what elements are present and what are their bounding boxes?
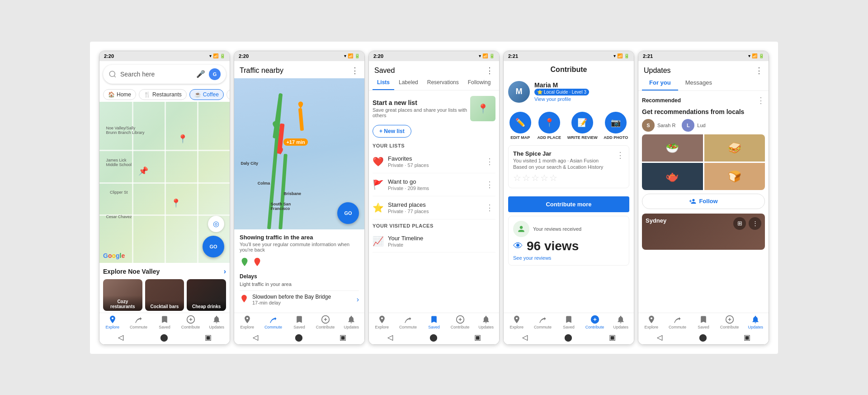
see-reviews-link[interactable]: See your reviews [513, 255, 624, 261]
explore-more-icon[interactable]: › [224, 267, 226, 276]
nav-contribute-4[interactable]: Contribute [585, 315, 605, 329]
home-button-5[interactable]: ⬤ [699, 333, 707, 342]
nav-contribute-5[interactable]: Contribute [720, 315, 740, 329]
recents-button-1[interactable]: ▣ [205, 333, 212, 342]
explore-card-drinks[interactable]: Cheap drinks [187, 279, 226, 311]
map-pin-other[interactable]: 📍 [171, 198, 181, 208]
go-button[interactable]: GO [203, 236, 224, 257]
nav-commute-2[interactable]: Commute [263, 315, 283, 329]
favorites-more[interactable]: ⋮ [484, 155, 495, 168]
go-button-traffic[interactable]: GO [337, 202, 359, 224]
traffic-map[interactable]: +17 min GO Daly City Colma Brisbane Sout… [234, 78, 364, 229]
updates-more-icon[interactable]: ⋮ [755, 66, 763, 76]
list-item-favorites[interactable]: ❤️ Favorites Private · 57 places ⋮ [373, 150, 495, 173]
map-area[interactable]: 📍 📌 📍 Noe Valley/SallyBrunn Branch Libra… [99, 102, 230, 263]
add-photo-button[interactable]: 📷 ADD PHOTO [604, 112, 628, 140]
chip-coffee[interactable]: ☕ Coffee [189, 89, 224, 100]
recents-button-4[interactable]: ▣ [609, 333, 616, 342]
nav-commute-1[interactable]: Commute [128, 315, 148, 329]
nav-saved-4[interactable]: Saved [559, 315, 579, 329]
nav-saved-5[interactable]: Saved [693, 315, 713, 329]
follow-button[interactable]: Follow [642, 194, 765, 209]
delay-arrow-icon[interactable]: › [357, 295, 359, 304]
commute-more-icon[interactable]: ⋮ [351, 66, 359, 76]
map-pin-location[interactable]: 📌 [138, 166, 148, 176]
list-item-starred[interactable]: ⭐ Starred places Private · 77 places ⋮ [373, 196, 495, 219]
recommended-more-icon[interactable]: ⋮ [757, 95, 765, 105]
sydney-more-icon[interactable]: ⋮ [749, 217, 761, 230]
nav-updates-5[interactable]: Updates [745, 315, 765, 329]
recents-button-3[interactable]: ▣ [474, 333, 481, 342]
list-item-want-to-go[interactable]: 🚩 Want to go Private · 209 items ⋮ [373, 173, 495, 196]
nav-saved-1[interactable]: Saved [155, 315, 175, 329]
list-item-timeline[interactable]: 📈 Your Timeline Private [373, 230, 495, 252]
recents-button-2[interactable]: ▣ [340, 333, 346, 342]
recents-button-5[interactable]: ▣ [744, 333, 750, 342]
map-label-dalycity: Daly City [241, 161, 258, 166]
tab-following[interactable]: Following [463, 76, 495, 90]
write-review-button[interactable]: 📝 WRITE REVIEW [567, 112, 598, 140]
star-5[interactable]: ☆ [549, 172, 557, 183]
nav-contribute-2[interactable]: Contribute [316, 315, 335, 329]
nav-saved-3[interactable]: Saved [424, 315, 444, 329]
nav-commute-4[interactable]: Commute [533, 315, 552, 329]
tab-reservations[interactable]: Reservations [423, 76, 463, 90]
sydney-card[interactable]: Sydney ⊞ ⋮ [642, 214, 765, 250]
map-pin-starbucks[interactable]: 📍 [178, 134, 188, 144]
home-button-4[interactable]: ⬤ [564, 333, 572, 342]
home-button-2[interactable]: ⬤ [295, 333, 303, 342]
back-button-5[interactable]: ◁ [657, 333, 662, 342]
back-button-4[interactable]: ◁ [522, 333, 528, 342]
edit-map-button[interactable]: ✏️ EDIT MAP [509, 112, 531, 140]
tab-for-you[interactable]: For you [642, 76, 678, 90]
nav-updates-2[interactable]: Updates [341, 315, 361, 329]
explore-card-bars[interactable]: Cocktail bars [145, 279, 184, 311]
location-button[interactable]: ◎ [208, 216, 224, 232]
saved-more-icon[interactable]: ⋮ [486, 66, 494, 76]
add-place-button[interactable]: 📍 ADD PLACE [537, 112, 561, 140]
nav-explore-2[interactable]: Explore [237, 315, 257, 329]
tab-messages[interactable]: Messages [678, 76, 719, 90]
explore-card-restaurants[interactable]: Cozy restaurants [103, 279, 142, 311]
tab-lists[interactable]: Lists [373, 76, 394, 90]
nav-explore-3[interactable]: Explore [372, 315, 392, 329]
back-button-3[interactable]: ◁ [387, 333, 393, 342]
delay-item-bay-bridge[interactable]: Slowdown before the Bay Bridge 17-min de… [240, 290, 359, 308]
nav-explore-1[interactable]: Explore [103, 315, 123, 329]
nav-commute-3[interactable]: Commute [398, 315, 418, 329]
nav-updates-4[interactable]: Updates [611, 315, 631, 329]
contribute-more-button[interactable]: Contribute more [508, 196, 629, 212]
chip-restaurants[interactable]: 🍴 Restaurants [139, 89, 187, 100]
star-3[interactable]: ☆ [531, 172, 539, 183]
starred-more[interactable]: ⋮ [484, 201, 495, 214]
nav-contribute-1[interactable]: Contribute [181, 315, 201, 329]
back-button-2[interactable]: ◁ [253, 333, 258, 342]
home-button-1[interactable]: ⬤ [160, 333, 168, 342]
sydney-map-icon[interactable]: ⊞ [733, 217, 746, 230]
view-profile-link[interactable]: View your profile [534, 96, 589, 102]
nav-commute-5[interactable]: Commute [667, 315, 687, 329]
want-to-go-more[interactable]: ⋮ [484, 178, 495, 191]
mic-icon[interactable]: 🎤 [196, 70, 205, 78]
tab-labeled[interactable]: Labeled [394, 76, 423, 90]
restaurants-chip-icon: 🍴 [144, 91, 151, 98]
place-card-more[interactable]: ⋮ [616, 150, 624, 160]
back-button-1[interactable]: ◁ [118, 333, 123, 342]
nav-contribute-3[interactable]: Contribute [450, 315, 470, 329]
star-4[interactable]: ☆ [540, 172, 548, 183]
user-avatar[interactable]: G [209, 68, 221, 80]
chip-home[interactable]: 🏠 Home [103, 89, 136, 100]
star-2[interactable]: ☆ [522, 172, 530, 183]
chip-hotels[interactable]: 🏨 Hotels [226, 89, 230, 100]
nav-explore-5[interactable]: Explore [642, 315, 661, 329]
new-list-button[interactable]: + New list [373, 125, 411, 138]
nav-explore-4[interactable]: Explore [507, 315, 527, 329]
nav-saved-2[interactable]: Saved [289, 315, 309, 329]
home-button-3[interactable]: ⬤ [429, 333, 438, 342]
local-guide-badge: ⭐ Local Guide · Level 3 [534, 89, 589, 95]
updates-icon-4 [616, 315, 625, 324]
star-1[interactable]: ☆ [513, 172, 521, 183]
search-bar[interactable]: Search here 🎤 G [103, 65, 226, 84]
nav-updates-3[interactable]: Updates [476, 315, 496, 329]
nav-updates-1[interactable]: Updates [207, 315, 226, 329]
